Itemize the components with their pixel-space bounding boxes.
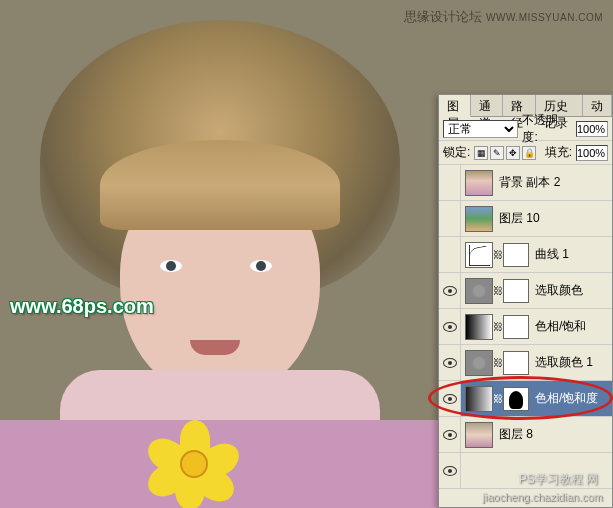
tab-actions[interactable]: 动 (583, 95, 612, 116)
layers-panel: 图层 通道 路径 历史记录 动 正常 不透明度: 锁定: ▦ ✎ ✥ 🔒 填充:… (438, 94, 613, 508)
eye-icon (443, 430, 457, 440)
layer-thumbnail[interactable] (465, 242, 493, 268)
tab-layers[interactable]: 图层 (439, 95, 471, 117)
layer-mask-thumbnail[interactable] (503, 351, 529, 375)
layer-thumbnail[interactable] (465, 278, 493, 304)
link-icon[interactable]: ⛓ (493, 242, 503, 268)
link-icon[interactable]: ⛓ (493, 278, 503, 304)
layer-name-label[interactable]: 背景 副本 2 (493, 174, 560, 191)
lock-position-icon[interactable]: ✥ (506, 146, 520, 160)
link-icon[interactable]: ⛓ (493, 314, 503, 340)
lock-pixels-icon[interactable]: ✎ (490, 146, 504, 160)
blend-opacity-row: 正常 不透明度: (439, 117, 612, 141)
lock-all-icon[interactable]: 🔒 (522, 146, 536, 160)
layer-name-label[interactable]: 选取颜色 1 (529, 354, 593, 371)
lock-label: 锁定: (443, 144, 470, 161)
canvas-image (0, 20, 440, 508)
layer-row[interactable]: ⛓曲线 1 (439, 237, 612, 273)
layer-mask-thumbnail[interactable] (503, 315, 529, 339)
eye-icon (443, 394, 457, 404)
layer-row[interactable]: 图层 10 (439, 201, 612, 237)
eye-icon (443, 358, 457, 368)
visibility-toggle[interactable] (439, 165, 461, 200)
layer-thumbnail[interactable] (465, 170, 493, 196)
lock-fill-row: 锁定: ▦ ✎ ✥ 🔒 填充: (439, 141, 612, 165)
visibility-toggle[interactable] (439, 309, 461, 344)
lock-transparency-icon[interactable]: ▦ (474, 146, 488, 160)
blend-mode-select[interactable]: 正常 (443, 120, 518, 138)
visibility-toggle[interactable] (439, 237, 461, 272)
flower-graphic (150, 420, 240, 508)
layer-row[interactable]: ⛓色相/饱和度 (439, 381, 612, 417)
eye-icon (443, 286, 457, 296)
layer-thumbnail[interactable] (465, 386, 493, 412)
layer-name-label[interactable]: 图层 8 (493, 426, 533, 443)
link-icon[interactable]: ⛓ (493, 350, 503, 376)
layer-row[interactable]: ⛓色相/饱和 (439, 309, 612, 345)
opacity-label: 不透明度: (522, 112, 572, 146)
layer-row[interactable]: 背景 副本 2 (439, 165, 612, 201)
layer-name-label[interactable]: 色相/饱和度 (529, 390, 598, 407)
fill-label: 填充: (545, 144, 572, 161)
layer-thumbnail[interactable] (465, 350, 493, 376)
layer-row[interactable]: ⛓选取颜色 (439, 273, 612, 309)
visibility-toggle[interactable] (439, 273, 461, 308)
layer-name-label[interactable]: 选取颜色 (529, 282, 583, 299)
layer-name-label[interactable]: 图层 10 (493, 210, 540, 227)
tab-channels[interactable]: 通道 (471, 95, 503, 116)
layer-thumbnail[interactable] (465, 206, 493, 232)
eye-icon (443, 322, 457, 332)
layer-row[interactable]: 图层 8 (439, 417, 612, 453)
layer-mask-thumbnail[interactable] (503, 243, 529, 267)
visibility-toggle[interactable] (439, 201, 461, 236)
layer-name-label[interactable]: 色相/饱和 (529, 318, 586, 335)
eye-icon (443, 466, 457, 476)
opacity-input[interactable] (576, 121, 608, 137)
layers-list: 背景 副本 2图层 10⛓曲线 1⛓选取颜色⛓色相/饱和⛓选取颜色 1⛓色相/饱… (439, 165, 612, 507)
visibility-toggle[interactable] (439, 381, 461, 416)
visibility-toggle[interactable] (439, 345, 461, 380)
visibility-toggle[interactable] (439, 453, 461, 488)
layer-thumbnail[interactable] (465, 314, 493, 340)
layer-thumbnail[interactable] (465, 422, 493, 448)
watermark-url: WWW.MISSYUAN.COM (486, 12, 603, 23)
layer-mask-thumbnail[interactable] (503, 279, 529, 303)
bottom-watermark-1: PS学习教程 网 (519, 471, 598, 488)
layer-name-label[interactable]: 曲线 1 (529, 246, 569, 263)
visibility-toggle[interactable] (439, 417, 461, 452)
link-icon[interactable]: ⛓ (493, 386, 503, 412)
fill-input[interactable] (576, 145, 608, 161)
bottom-watermark-2: jiaocheng.chazidian.com (483, 491, 603, 503)
center-watermark: www.68ps.com (10, 295, 154, 318)
layer-mask-thumbnail[interactable] (503, 387, 529, 411)
layer-row[interactable]: ⛓选取颜色 1 (439, 345, 612, 381)
